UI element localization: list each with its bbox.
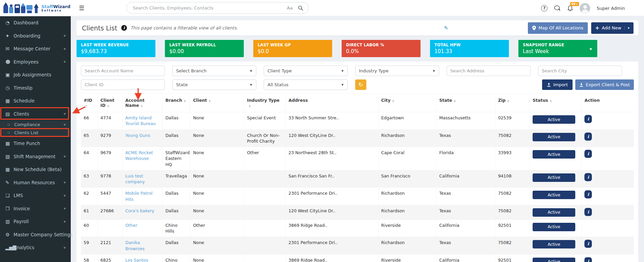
column-header[interactable]: Status▴▾ [530,94,582,112]
sidebar-item[interactable]: ▣ Job Assignments ∨ [0,68,71,81]
search-city-input[interactable] [538,66,622,76]
user-name[interactable]: Super Admin [597,6,625,11]
sidebar-item[interactable]: ▦ New Schedule (Beta) ∨ [0,163,71,176]
edit-page-icon[interactable]: ✎ [444,25,448,31]
status-active-button[interactable]: Active [533,115,575,124]
column-header[interactable]: City▴▾ [378,94,436,112]
account-name-link[interactable]: Young Guns [125,133,150,138]
column-header[interactable]: Client▴▾ [190,94,244,112]
column-header[interactable]: Industry Type▴▾ [244,94,286,112]
status-active-button[interactable]: Active [533,173,575,182]
info-action-button[interactable]: i [584,240,592,248]
column-header[interactable]: Action▴▾ [582,94,634,112]
cell-action: i [582,129,634,147]
column-header[interactable]: Address▴▾ [286,94,379,112]
column-header[interactable]: Account Name▴▾ [123,94,163,112]
account-name-link[interactable]: Los Santos Bank 3 [125,258,148,262]
case-sensitivity-toggle[interactable]: Aa [287,5,293,10]
sidebar-item[interactable]: ▦ Time Punch ∨ [0,137,71,150]
info-action-button[interactable]: i [584,150,592,158]
sidebar-item[interactable]: ◔ Dashboard ∨ [0,16,71,29]
industry-type-select[interactable]: Industry Type∨ [355,66,439,76]
sidebar-item[interactable]: ▤ Clients ∨ [0,108,71,121]
branch-select[interactable]: Select Branch∨ [172,66,256,76]
cell-branch: Travellaga [163,170,190,188]
sidebar-item[interactable]: ○ Compliance ∨ [0,120,71,129]
search-address-input[interactable] [447,66,531,76]
sort-icon: ▴▾ [310,100,311,103]
brand-logo[interactable]: StaffWizard Software [0,0,71,16]
column-header[interactable]: Branch▴▾ [163,94,190,112]
status-active-button[interactable]: Active [533,258,575,262]
sidebar-item[interactable]: ▦ Schedule ∨ [0,94,71,108]
account-name-link[interactable]: Luis test company [125,173,145,184]
info-action-button[interactable]: i [584,173,592,181]
status-active-button[interactable]: Active [533,191,575,199]
account-name-link[interactable]: Other [125,223,137,228]
add-new-caret-icon[interactable]: ▾ [624,26,629,30]
status-select[interactable]: All Status∨ [264,79,348,90]
account-name-link[interactable]: Mobile Patrol Hits [125,191,153,201]
sidebar-item[interactable]: ◷ Timeslip ∨ [0,81,71,95]
info-action-button[interactable]: i [584,208,592,216]
status-active-button[interactable]: Active [533,208,575,217]
column-header[interactable]: Client ID▴▾ [98,94,123,112]
column-header[interactable]: Zip▴▾ [495,94,530,112]
user-avatar[interactable] [580,3,590,14]
export-client-post-button[interactable]: Export Client & Post [575,79,634,90]
column-header[interactable]: State▴▾ [436,94,495,112]
status-active-button[interactable]: Active [533,240,575,248]
chat-icon[interactable] [554,5,561,11]
sidebar-item[interactable]: ▂▅▇ Analytics ∨ [0,241,71,254]
refresh-button[interactable]: ↻ [355,79,366,90]
global-search-input[interactable] [133,5,287,10]
search-icon[interactable] [298,5,303,11]
sidebar-item[interactable]: ▥ Payroll ∨ [0,215,71,228]
account-name-link[interactable]: Amity Island Tourist Bureau [125,115,156,126]
sidebar-item[interactable]: ○ Clients List ∨ [0,129,71,137]
page-info-icon[interactable]: i [121,25,127,31]
refresh-icon: ↻ [359,82,363,88]
sidebar-item[interactable]: ⚙ Master Company Settings ∨ [0,228,71,241]
client-type-select[interactable]: Client Type∨ [264,66,348,76]
cell-status: Active [530,188,582,205]
status-active-button[interactable]: Active [533,223,575,231]
search-account-name-input[interactable] [81,66,165,76]
cell-client-id: 4774 [98,112,123,130]
hamburger-menu-icon[interactable]: ☰ [79,5,84,11]
cell-account-name: Cora's bakery [123,205,163,219]
cell-client-id: 9679 [98,147,123,170]
chevron-down-icon[interactable]: ∨ [589,47,593,51]
cell-account-name: Mobile Patrol Hits [123,188,163,205]
status-active-button[interactable]: Active [533,150,575,159]
account-name-link[interactable]: ACME Rocket Warehouse [125,150,153,161]
info-action-button[interactable]: i [584,257,592,262]
sidebar-item[interactable]: ▧ Shift Management ∨ [0,150,71,163]
cell-zip: 75082 [495,205,530,219]
map-of-all-locations-button[interactable]: Map Of All Locations [528,22,588,34]
account-name-link[interactable]: Cora's bakery [125,208,154,213]
sidebar-item[interactable]: ✉ Message Center ∨ [0,42,71,55]
info-action-button[interactable]: i [584,190,592,198]
column-header[interactable]: #ID▴▾ [81,94,98,112]
import-button[interactable]: Import [542,79,573,90]
client-type-select-value: Client Type [267,68,292,73]
info-action-button[interactable]: i [584,133,592,141]
client-id-input[interactable] [81,79,165,90]
status-active-button[interactable]: Active [533,133,575,141]
sidebar-item[interactable]: ❏ LMS ∨ [0,189,71,202]
sort-icon: ▴▾ [184,100,186,103]
sidebar-item[interactable]: ✦ Onboarding ∨ [0,29,71,43]
sidebar-item-label: Schedule [14,98,63,103]
sidebar-item[interactable]: ❐ Invoice ∨ [0,202,71,215]
sidebar-item[interactable]: ☻ Employees ∨ [0,55,71,69]
cell-client: None [190,205,244,219]
cell-zip: 75082 [495,237,530,255]
notifications-bell-icon[interactable]: 99+ [567,5,573,11]
info-action-button[interactable]: i [584,115,592,123]
state-select[interactable]: State∨ [172,79,256,90]
add-new-button[interactable]: + Add New ▾ [591,22,634,34]
help-icon[interactable]: ? [541,5,548,11]
account-name-link[interactable]: Danika Brownies [125,240,145,251]
sidebar-item[interactable]: ✎ Human Resources ∨ [0,176,71,189]
